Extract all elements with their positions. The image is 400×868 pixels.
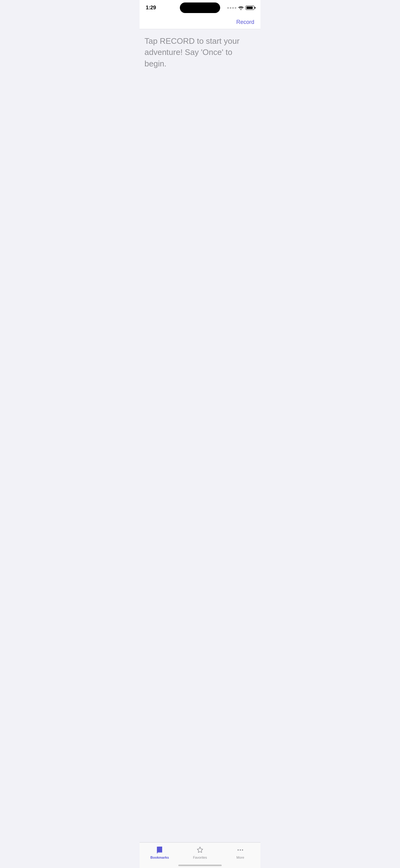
battery-icon: [245, 6, 254, 10]
wifi-icon: [238, 6, 244, 10]
nav-bar: Record: [139, 16, 261, 29]
main-content: Tap RECORD to start your adventure! Say …: [139, 29, 261, 236]
prompt-text: Tap RECORD to start your adventure! Say …: [144, 35, 256, 69]
record-button[interactable]: Record: [236, 18, 254, 27]
status-icons: [227, 6, 254, 10]
dynamic-island: [180, 2, 220, 13]
signal-icon: [227, 7, 236, 9]
status-time: 1:29: [146, 5, 156, 11]
status-bar: 1:29: [139, 0, 261, 16]
